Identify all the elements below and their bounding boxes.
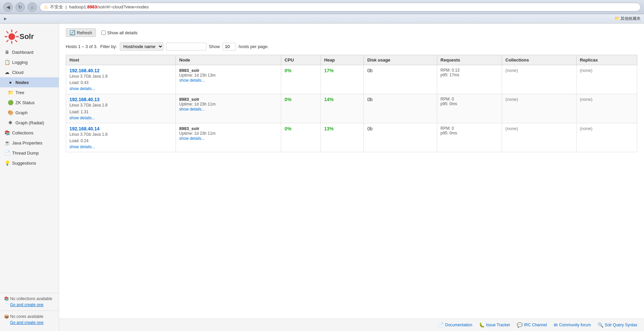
graph-icon: 🎨 <box>7 110 13 115</box>
node-name-0: 8983_solr <box>179 68 278 73</box>
sidebar-item-cloud[interactable]: ☁ Cloud <box>0 67 59 77</box>
issue-tracker-icon: 🐛 <box>479 322 485 328</box>
bookmarks-bar: ➤ 📁 其他收藏夹 <box>0 14 644 24</box>
show-all-details-label[interactable]: Show all details <box>101 30 138 35</box>
cell-disk-1: 0b <box>364 94 437 123</box>
cell-requests-0: RPM: 0.13 p95: 17ms <box>437 65 502 94</box>
cell-disk-2: 0b <box>364 123 437 152</box>
host-os-2: Linux 3.7Gb Java 1.8 <box>69 131 172 138</box>
sidebar-item-nodes[interactable]: ● Nodes <box>0 77 59 87</box>
cell-disk-0: 0b <box>364 65 437 94</box>
create-core-link[interactable]: Go and create one <box>10 320 43 325</box>
col-header-cpu: CPU <box>281 55 321 65</box>
cell-replicas-1: (none) <box>576 94 637 123</box>
solr-logo-text: Solr <box>19 32 34 41</box>
sidebar: Solr 🖥 Dashboard 📋 Logging ☁ Cloud ● Nod… <box>0 24 59 331</box>
node-name-2: 8983_solr <box>179 126 278 131</box>
host-show-details-link-0[interactable]: show details... <box>69 86 95 91</box>
footer-label-community-forum: Community forum <box>559 323 591 327</box>
sidebar-item-label-collections: Collections <box>12 130 34 135</box>
footer-link-irc-channel[interactable]: 💬 IRC Channel <box>517 322 547 328</box>
host-show-details-link-2[interactable]: show details... <box>69 144 95 149</box>
req-rpm-0: RPM: 0.13 <box>441 68 499 73</box>
home-button[interactable]: ⌂ <box>28 2 37 12</box>
sidebar-logo: Solr <box>0 24 59 47</box>
cell-heap-0: 17% <box>320 65 363 94</box>
sidebar-item-label-cloud: Cloud <box>12 70 23 75</box>
show-all-details-checkbox[interactable] <box>101 31 106 35</box>
sidebar-item-suggestions[interactable]: 💡 Suggestions <box>0 158 59 168</box>
bookmarks-label: ➤ <box>3 16 7 21</box>
filter-by-select[interactable]: Host/node name <box>120 42 163 51</box>
cell-collections-0: (none) <box>502 65 577 94</box>
host-ip-0[interactable]: 192.168.40.12 <box>69 68 172 73</box>
host-ip-2[interactable]: 192.168.40.14 <box>69 126 172 131</box>
cell-collections-1: (none) <box>502 94 577 123</box>
graph-radial-icon: ❋ <box>7 120 13 125</box>
col-header-node: Node <box>176 55 281 65</box>
footer-link-solr-query-syntax[interactable]: 🔍 Solr Query Syntax <box>598 322 637 328</box>
collections-value-1: (none) <box>505 97 518 102</box>
node-show-details-link-1[interactable]: show details... <box>179 107 205 112</box>
replicas-value-2: (none) <box>580 126 593 131</box>
sidebar-item-label-logging: Logging <box>12 60 28 65</box>
app-container: Solr 🖥 Dashboard 📋 Logging ☁ Cloud ● Nod… <box>0 24 644 331</box>
refresh-label: Refresh <box>77 30 92 35</box>
table-header-row: Host Node CPU Heap Disk usage Requests C… <box>66 55 637 65</box>
sidebar-item-collections[interactable]: 📚 Collections <box>0 128 59 138</box>
req-rpm-1: RPM: 0 <box>441 97 499 101</box>
main-content: 🔄 Refresh Show all details Hosts 1 – 3 o… <box>59 24 644 319</box>
cpu-value-0: 0% <box>285 68 291 73</box>
sidebar-item-thread-dump[interactable]: 📄 Thread Dump <box>0 148 59 158</box>
node-show-details-link-2[interactable]: show details... <box>179 136 205 141</box>
req-p95-1: p95: 0ms <box>441 101 499 106</box>
hosts-count-text: Hosts 1 – 3 of 3. <box>66 44 98 49</box>
refresh-button[interactable]: 🔄 Refresh <box>66 28 96 37</box>
cell-host-0: 192.168.40.12 Linux 3.7Gb Java 1.8 Load:… <box>66 65 176 94</box>
per-page-input[interactable] <box>222 43 236 50</box>
filter-input[interactable] <box>166 43 206 50</box>
sidebar-item-zk-status[interactable]: 🟢 ZK Status <box>0 97 59 108</box>
sidebar-item-graph-radial[interactable]: ❋ Graph (Radial) <box>0 118 59 128</box>
host-ip-1[interactable]: 192.168.40.13 <box>69 97 172 102</box>
col-header-replicas: Replicas <box>576 55 637 65</box>
footer-link-community-forum[interactable]: ✉ Community forum <box>554 322 591 328</box>
cell-cpu-1: 0% <box>281 94 321 123</box>
create-collection-link[interactable]: Go and create one <box>10 302 43 307</box>
show-all-details-text: Show all details <box>107 30 138 35</box>
table-row: 192.168.40.14 Linux 3.7Gb Java 1.8 Load:… <box>66 123 637 152</box>
sidebar-item-label-tree: Tree <box>15 90 24 95</box>
thread-dump-icon: 📄 <box>4 150 10 156</box>
java-properties-icon: ☕ <box>4 140 10 146</box>
sidebar-item-java-properties[interactable]: ☕ Java Properties <box>0 138 59 148</box>
cell-node-0: 8983_solr Uptime: 1d 23h 13m show detail… <box>176 65 281 94</box>
sidebar-item-label-suggestions: Suggestions <box>12 161 36 166</box>
sidebar-item-logging[interactable]: 📋 Logging <box>0 57 59 67</box>
cell-host-2: 192.168.40.14 Linux 3.7Gb Java 1.8 Load:… <box>66 123 176 152</box>
no-collections-icon: 📚 <box>4 296 9 301</box>
show-label: Show <box>209 44 220 49</box>
footer-link-issue-tracker[interactable]: 🐛 Issue Tracker <box>479 322 510 328</box>
community-forum-icon: ✉ <box>554 322 558 328</box>
sidebar-menu: 🖥 Dashboard 📋 Logging ☁ Cloud ● Nodes 📁 … <box>0 47 59 290</box>
sidebar-item-dashboard[interactable]: 🖥 Dashboard <box>0 47 59 57</box>
sidebar-item-tree[interactable]: 📁 Tree <box>0 87 59 97</box>
security-warning-icon: ⚠ <box>44 4 48 9</box>
col-header-collections: Collections <box>502 55 577 65</box>
cell-node-1: 8983_solr Uptime: 1d 23h 11m show detail… <box>176 94 281 123</box>
sidebar-item-graph[interactable]: 🎨 Graph <box>0 108 59 118</box>
host-os-1: Linux 3.7Gb Java 1.8 <box>69 102 172 109</box>
svg-point-0 <box>8 33 15 40</box>
col-header-requests: Requests <box>437 55 502 65</box>
refresh-button[interactable]: ↻ <box>15 2 25 12</box>
svg-line-8 <box>6 40 8 42</box>
footer-link-documentation[interactable]: 📄 Documentation <box>438 322 472 328</box>
col-header-heap: Heap <box>320 55 363 65</box>
host-show-details-link-1[interactable]: show details... <box>69 116 95 120</box>
disk-value-1: 0b <box>367 97 373 102</box>
address-bar[interactable]: ⚠ 不安全 | hadoop1:8983/solr/#/~cloud?view=… <box>40 3 641 11</box>
node-show-details-link-0[interactable]: show details... <box>179 78 205 83</box>
bookmarks-other[interactable]: 📁 其他收藏夹 <box>614 16 641 22</box>
footer-label-solr-query-syntax: Solr Query Syntax <box>605 323 637 327</box>
back-button[interactable]: ◀ <box>3 2 13 12</box>
